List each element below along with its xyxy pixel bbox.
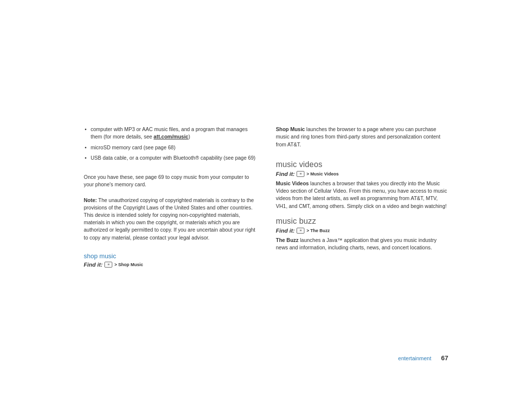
bullet-item-2: microSD memory card (see page 68) — [84, 144, 256, 151]
music-videos-heading: music videos — [276, 160, 448, 169]
menu-icon-buzz: ≡ — [297, 228, 304, 234]
note-paragraph: Note: The unauthorized copying of copyri… — [84, 197, 256, 241]
shop-music-path: > Shop Music — [114, 262, 143, 267]
copy-paragraph: Once you have these, see page 69 to copy… — [84, 173, 256, 188]
bullet-item-3: USB data cable, or a computer with Bluet… — [84, 154, 256, 162]
bullet-list: computer with MP3 or AAC music files, an… — [84, 126, 256, 165]
menu-icon-videos: ≡ — [297, 171, 304, 177]
shop-music-bold: Shop Music — [276, 126, 305, 132]
left-column: computer with MP3 or AAC music files, an… — [84, 126, 256, 271]
note-body: The unauthorized copying of copyrighted … — [84, 197, 255, 240]
shop-music-description: Shop Music launches the browser to a pag… — [276, 126, 448, 148]
music-videos-bold: Music Videos — [276, 180, 309, 186]
music-buzz-body: The Buzz launches a Java™ application th… — [276, 237, 448, 251]
footer-section-label: entertainment — [398, 355, 431, 361]
content-area: computer with MP3 or AAC music files, an… — [84, 116, 448, 280]
find-it-label-buzz: Find it: — [276, 228, 295, 234]
music-buzz-find-it: Find it: ≡ > The Buzz — [276, 228, 448, 234]
right-column: Shop Music launches the browser to a pag… — [276, 126, 448, 271]
shop-music-find-it: Find it: ≡ > Shop Music — [84, 262, 256, 268]
find-it-label-videos: Find it: — [276, 171, 295, 177]
music-buzz-path: > The Buzz — [306, 228, 330, 233]
find-it-label-shop: Find it: — [84, 262, 102, 268]
footer: entertainment 67 — [398, 354, 448, 362]
menu-icon-shop: ≡ — [104, 262, 112, 268]
music-videos-section: music videos Find it: ≡ > Music Videos M… — [276, 160, 448, 210]
shop-music-section: shop music Find it: ≡ > Shop Music — [84, 252, 256, 271]
music-videos-body: Music Videos launches a browser that tak… — [276, 180, 448, 210]
att-link: att.com/music — [154, 134, 189, 139]
shop-music-heading: shop music — [84, 252, 256, 260]
buzz-desc: launches a Java™ application that gives … — [276, 237, 436, 250]
footer-page-number: 67 — [441, 354, 448, 362]
music-buzz-section: music buzz Find it: ≡ > The Buzz The Buz… — [276, 217, 448, 251]
music-videos-find-it: Find it: ≡ > Music Videos — [276, 171, 448, 177]
page-container: computer with MP3 or AAC music files, an… — [0, 0, 532, 411]
bullet-item-1: computer with MP3 or AAC music files, an… — [84, 126, 256, 140]
music-videos-path: > Music Videos — [306, 171, 338, 176]
music-buzz-heading: music buzz — [276, 217, 448, 226]
buzz-bold: The Buzz — [276, 237, 299, 243]
note-label: Note: — [84, 197, 97, 203]
